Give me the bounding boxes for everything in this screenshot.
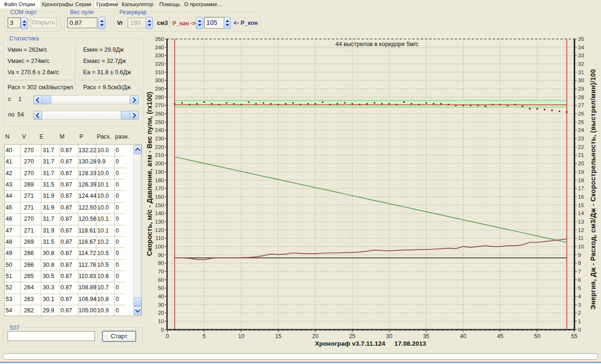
svg-text:17.08.2013: 17.08.2013 bbox=[394, 340, 426, 347]
svg-text:33: 33 bbox=[578, 53, 584, 58]
svg-text:340: 340 bbox=[155, 45, 164, 50]
svg-text:28: 28 bbox=[578, 94, 584, 100]
svg-text:60: 60 bbox=[158, 277, 164, 283]
svg-text:10: 10 bbox=[158, 318, 164, 324]
svg-text:1: 1 bbox=[578, 318, 581, 324]
svg-text:Хронограф v3.7.11.124: Хронограф v3.7.11.124 bbox=[315, 340, 385, 347]
svg-text:11: 11 bbox=[578, 235, 584, 241]
svg-text:27: 27 bbox=[578, 102, 584, 108]
svg-text:5: 5 bbox=[578, 285, 581, 291]
svg-text:45: 45 bbox=[497, 333, 504, 340]
svg-text:18: 18 bbox=[578, 178, 584, 183]
svg-text:70: 70 bbox=[158, 269, 164, 274]
svg-text:100: 100 bbox=[155, 244, 164, 249]
svg-text:350: 350 bbox=[155, 36, 164, 42]
svg-text:35: 35 bbox=[578, 36, 584, 42]
svg-text:0: 0 bbox=[166, 333, 169, 340]
svg-text:330: 330 bbox=[155, 53, 164, 58]
svg-text:13: 13 bbox=[578, 219, 584, 225]
svg-text:19: 19 bbox=[578, 169, 584, 175]
svg-text:31: 31 bbox=[578, 70, 584, 75]
svg-text:180: 180 bbox=[155, 178, 164, 183]
svg-text:20: 20 bbox=[578, 161, 584, 166]
svg-text:17: 17 bbox=[578, 186, 584, 191]
svg-text:7: 7 bbox=[578, 269, 581, 274]
svg-text:140: 140 bbox=[155, 210, 164, 216]
svg-text:130: 130 bbox=[155, 219, 164, 225]
svg-text:25: 25 bbox=[349, 333, 356, 340]
svg-text:24: 24 bbox=[578, 127, 584, 133]
svg-text:110: 110 bbox=[156, 235, 164, 241]
svg-text:5: 5 bbox=[203, 333, 206, 340]
svg-text:280: 280 bbox=[155, 94, 164, 100]
svg-text:240: 240 bbox=[155, 127, 164, 133]
svg-text:160: 160 bbox=[155, 194, 164, 200]
svg-text:20: 20 bbox=[158, 310, 164, 316]
svg-text:3: 3 bbox=[578, 302, 581, 308]
svg-text:15: 15 bbox=[578, 202, 584, 208]
svg-text:Энергия, Дж - Расход, см3/Дж: Энергия, Дж - Расход, см3/Дж - Скоростре… bbox=[589, 69, 597, 310]
svg-text:8: 8 bbox=[578, 260, 581, 266]
svg-text:14: 14 bbox=[578, 210, 584, 216]
svg-text:270: 270 bbox=[155, 102, 164, 108]
svg-text:150: 150 bbox=[155, 202, 164, 208]
svg-text:6: 6 bbox=[578, 277, 581, 283]
svg-text:170: 170 bbox=[155, 186, 164, 191]
svg-text:2: 2 bbox=[578, 310, 581, 316]
svg-text:300: 300 bbox=[155, 77, 164, 83]
svg-text:250: 250 bbox=[155, 119, 164, 125]
svg-text:80: 80 bbox=[158, 260, 164, 266]
svg-text:30: 30 bbox=[158, 302, 164, 308]
svg-text:50: 50 bbox=[534, 333, 541, 340]
svg-text:32: 32 bbox=[578, 61, 584, 67]
svg-text:210: 210 bbox=[155, 152, 164, 158]
svg-text:200: 200 bbox=[155, 161, 164, 166]
svg-text:220: 220 bbox=[155, 144, 164, 150]
svg-text:120: 120 bbox=[155, 227, 164, 233]
svg-text:9: 9 bbox=[578, 252, 581, 258]
svg-text:55: 55 bbox=[571, 333, 578, 340]
svg-text:44 выстрелов в коридоре 5м/с: 44 выстрелов в коридоре 5м/с bbox=[336, 41, 418, 47]
svg-text:30: 30 bbox=[386, 333, 393, 340]
svg-text:10: 10 bbox=[578, 244, 584, 249]
svg-text:4: 4 bbox=[578, 294, 581, 299]
svg-text:0: 0 bbox=[578, 327, 581, 333]
svg-text:20: 20 bbox=[312, 333, 319, 340]
svg-text:15: 15 bbox=[275, 333, 282, 340]
svg-text:30: 30 bbox=[578, 77, 584, 83]
svg-text:12: 12 bbox=[578, 227, 584, 233]
svg-text:22: 22 bbox=[578, 144, 584, 150]
svg-text:Скорость, м/с - Давление, атм: Скорость, м/с - Давление, атм - Вес пули… bbox=[146, 92, 153, 256]
svg-text:35: 35 bbox=[423, 333, 429, 340]
svg-text:50: 50 bbox=[158, 285, 164, 291]
svg-text:310: 310 bbox=[155, 70, 164, 75]
svg-text:21: 21 bbox=[578, 152, 584, 158]
svg-text:90: 90 bbox=[158, 252, 164, 258]
svg-text:10: 10 bbox=[238, 333, 245, 340]
svg-text:260: 260 bbox=[155, 111, 164, 116]
svg-text:290: 290 bbox=[155, 86, 164, 92]
svg-text:34: 34 bbox=[578, 45, 584, 50]
svg-text:40: 40 bbox=[158, 294, 164, 299]
svg-text:40: 40 bbox=[460, 333, 467, 340]
svg-text:0: 0 bbox=[161, 327, 164, 333]
svg-text:190: 190 bbox=[155, 169, 164, 175]
svg-text:16: 16 bbox=[578, 194, 584, 200]
svg-text:25: 25 bbox=[578, 119, 584, 125]
svg-text:26: 26 bbox=[578, 111, 584, 116]
svg-text:23: 23 bbox=[578, 136, 584, 141]
svg-text:29: 29 bbox=[578, 86, 584, 92]
svg-text:320: 320 bbox=[155, 61, 164, 67]
svg-text:230: 230 bbox=[155, 136, 164, 141]
